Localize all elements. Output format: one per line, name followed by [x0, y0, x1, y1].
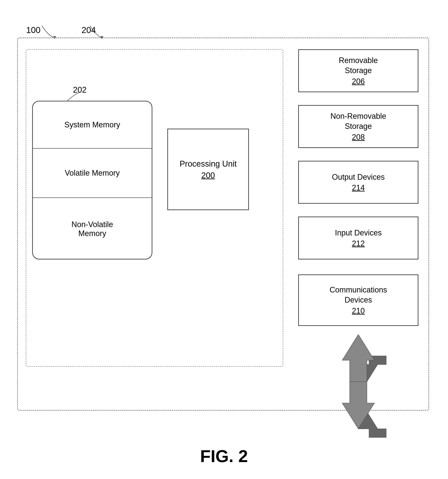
non-removable-storage-box: Non-RemovableStorage 208: [298, 105, 418, 148]
label-100: 100: [26, 25, 41, 35]
communications-devices-box: CommunicationsDevices 210: [298, 274, 418, 326]
communications-devices-number: 210: [352, 306, 365, 315]
processing-unit-label: Processing Unit: [180, 159, 237, 169]
label-202: 202: [73, 85, 87, 94]
removable-storage-number: 206: [352, 77, 365, 86]
non-removable-storage-number: 208: [352, 133, 365, 142]
processing-unit-box: Processing Unit 200: [167, 129, 249, 210]
input-devices-box: Input Devices 212: [298, 217, 418, 259]
non-volatile-memory-section: Non-VolatileMemory: [33, 198, 152, 259]
output-devices-label: Output Devices: [332, 172, 385, 182]
input-devices-number: 212: [352, 239, 365, 248]
communications-devices-label: CommunicationsDevices: [330, 285, 387, 305]
double-arrow: [335, 334, 382, 429]
output-devices-number: 214: [352, 183, 365, 192]
output-devices-box: Output Devices 214: [298, 161, 418, 204]
figure-caption: FIG. 2: [200, 446, 248, 466]
svg-marker-6: [342, 382, 374, 429]
processing-unit-number: 200: [201, 171, 215, 180]
removable-storage-label: RemovableStorage: [339, 55, 378, 76]
system-memory-box: System Memory Volatile Memory Non-Volati…: [32, 101, 152, 259]
svg-marker-5: [342, 334, 374, 382]
system-memory-section: System Memory: [33, 101, 152, 149]
non-removable-storage-label: Non-RemovableStorage: [330, 111, 386, 131]
removable-storage-box: RemovableStorage 206: [298, 49, 418, 92]
label-204: 204: [81, 25, 96, 35]
volatile-memory-section: Volatile Memory: [33, 149, 152, 198]
input-devices-label: Input Devices: [335, 228, 382, 238]
